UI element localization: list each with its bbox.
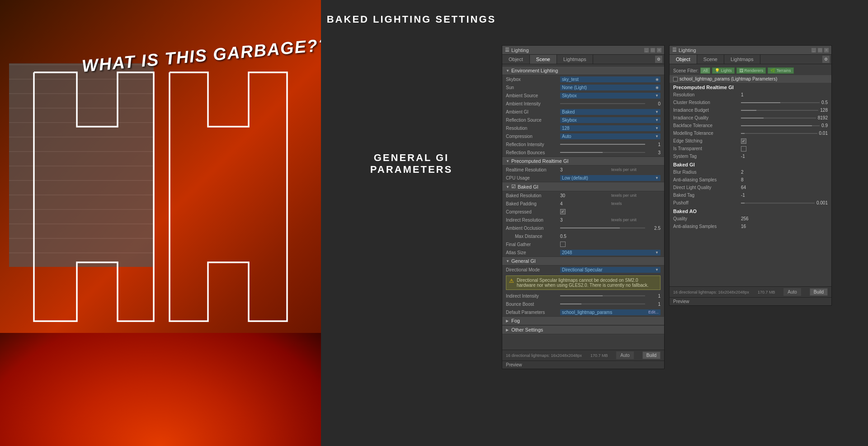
irradiance-quality-slider[interactable]: 8192 — [741, 115, 828, 120]
cluster-resolution-slider[interactable]: 0.5 — [741, 100, 828, 105]
indirect-intensity-slider[interactable]: 1 — [560, 294, 660, 299]
final-gather-checkbox[interactable] — [560, 242, 566, 247]
atlas-size-arrow: ▼ — [655, 251, 659, 255]
maximize-btn[interactable]: □ — [651, 48, 655, 52]
tab-object[interactable]: Object — [502, 55, 530, 64]
compression-row: Compression Auto ▼ — [502, 132, 664, 140]
edit-btn[interactable]: Edit... — [648, 310, 659, 314]
indirect-resolution-unit: texels per unit — [611, 218, 660, 222]
gi-lightmap-size: 170.7 MB — [758, 290, 775, 294]
directional-mode-row: Directional Mode Directional Specular ▼ — [502, 266, 664, 274]
auto-button[interactable]: Auto — [616, 351, 634, 359]
baked-gi-checkbox[interactable]: ☑ — [511, 184, 516, 190]
reflection-bounces-slider[interactable]: 3 — [560, 150, 660, 155]
gi-maximize-btn[interactable]: □ — [818, 48, 822, 52]
compressed-label: Compressed — [506, 209, 560, 214]
lightmap-params-bar: school_lightmap_params (Lightmap Paramet… — [670, 75, 831, 83]
ambient-gi-value[interactable]: Baked ▼ — [560, 109, 660, 115]
ambient-intensity-slider[interactable]: 0 — [560, 101, 660, 106]
gi-tab-object[interactable]: Object — [670, 55, 697, 64]
general-gi-title: GENERAL GI PARAMETERS — [370, 152, 453, 176]
warning-icon: ⚠ — [509, 278, 514, 284]
reflection-source-value[interactable]: Skybox ▼ — [560, 117, 660, 123]
tab-settings-icon[interactable]: ⚙ — [655, 56, 662, 63]
reflection-intensity-row: Reflection Intensity 1 — [502, 140, 664, 148]
baked-tag-label: Baked Tag — [673, 193, 741, 198]
is-transparent-checkbox[interactable] — [741, 146, 746, 152]
atlas-size-value[interactable]: 2048 ▼ — [560, 250, 660, 256]
ao-quality-val: 256 — [741, 216, 749, 221]
gi-lighting-window: ☰ Lighting _ □ × Object Scene Lightmaps … — [669, 45, 832, 306]
resolution-row: Resolution 128 ▼ — [502, 124, 664, 132]
ambient-intensity-row: Ambient Intensity 0 — [502, 100, 664, 108]
gi-resolution-val: 1 — [741, 92, 744, 97]
modelling-tolerance-slider[interactable]: 0.01 — [741, 131, 828, 136]
resolution-value[interactable]: 128 ▼ — [560, 125, 660, 131]
baked-padding-val: 4 — [560, 201, 609, 206]
gi-auto-button[interactable]: Auto — [783, 288, 801, 296]
irradiance-budget-label: Irradiance Budget — [673, 108, 741, 113]
cluster-resolution-val: 0.5 — [821, 100, 828, 105]
cpu-usage-value[interactable]: Low (default) ▼ — [560, 175, 660, 181]
close-btn[interactable]: × — [657, 48, 661, 52]
minimize-btn[interactable]: _ — [644, 48, 649, 52]
compression-label: Compression — [506, 134, 560, 139]
gi-lighting-icon: ☰ — [672, 47, 677, 53]
filter-all-btn[interactable]: All — [700, 67, 710, 74]
pushoff-slider[interactable]: 0.001 — [741, 200, 828, 205]
pushoff-val: 0.001 — [816, 200, 828, 205]
backface-tolerance-label: Backface Tolerance — [673, 123, 741, 128]
lightmap-params-checkbox[interactable] — [673, 77, 678, 81]
filter-lights-btn[interactable]: 💡 Lights — [712, 67, 735, 74]
irradiance-quality-row: Irradiance Quality 8192 — [670, 114, 831, 122]
gi-tab-scene[interactable]: Scene — [697, 55, 724, 64]
tab-scene[interactable]: Scene — [530, 55, 557, 64]
tab-lightmaps[interactable]: Lightmaps — [557, 55, 593, 64]
filter-renderers-btn[interactable]: 🖼 Renderers — [736, 67, 766, 74]
gi-minimize-btn[interactable]: _ — [811, 48, 816, 52]
gi-tab-settings-icon[interactable]: ⚙ — [822, 56, 830, 63]
compressed-row: Compressed ✓ — [502, 208, 664, 216]
compression-value[interactable]: Auto ▼ — [560, 133, 660, 139]
ambient-source-label: Ambient Source — [506, 93, 560, 98]
sun-value[interactable]: None (Light) ◉ — [560, 85, 660, 90]
gi-close-btn[interactable]: × — [824, 48, 829, 52]
gi-build-button[interactable]: Build — [810, 288, 828, 296]
baked-padding-unit: texels — [611, 201, 660, 206]
general-gi-section-header[interactable]: ▼ General GI — [502, 256, 664, 266]
wall-texture — [9, 63, 154, 267]
lighting-window: ☰ Lighting _ □ × Object Scene Lightmaps … — [502, 45, 665, 369]
directional-mode-label: Directional Mode — [506, 267, 560, 272]
sun-label: Sun — [506, 85, 560, 90]
default-params-value[interactable]: school_lightmap_params Edit... — [560, 309, 660, 315]
reflection-intensity-slider[interactable]: 1 — [560, 142, 660, 147]
ambient-source-row: Ambient Source Skybox ▼ — [502, 91, 664, 100]
bounce-boost-slider[interactable]: 1 — [560, 302, 660, 307]
baked-padding-row: Baked Padding 4 texels — [502, 199, 664, 208]
compressed-checkbox[interactable]: ✓ — [560, 209, 566, 214]
irradiance-quality-label: Irradiance Quality — [673, 115, 741, 120]
other-settings-header[interactable]: ▶ Other Settings — [502, 325, 664, 334]
edge-stitching-checkbox[interactable]: ✓ — [741, 138, 746, 144]
precomputed-gi-header[interactable]: ▼ Precomputed Realtime GI — [502, 157, 664, 166]
ambient-occlusion-slider[interactable]: 2.5 — [560, 226, 660, 231]
backface-tolerance-slider[interactable]: 0.9 — [741, 123, 828, 128]
skybox-value[interactable]: sky_test ◉ — [560, 76, 660, 82]
reflection-bounces-row: Reflection Bounces 3 — [502, 148, 664, 157]
irradiance-budget-slider[interactable]: 128 — [741, 108, 828, 113]
blur-radius-label: Blur Radius — [673, 170, 741, 175]
fog-header[interactable]: ▶ Fog — [502, 316, 664, 325]
ambient-source-value[interactable]: Skybox ▼ — [560, 93, 660, 99]
environment-lighting-header[interactable]: ▼ Environment Lighting — [502, 66, 664, 75]
directional-mode-value[interactable]: Directional Specular ▼ — [560, 267, 660, 273]
final-gather-row: Final Gather — [502, 240, 664, 248]
preview-bar: Preview — [502, 361, 664, 369]
irradiance-budget-row: Irradiance Budget 128 — [670, 106, 831, 114]
max-distance-row: Max Distance 0.5 — [502, 232, 664, 240]
baked-gi-header[interactable]: ▼ ☑ Baked GI — [502, 182, 664, 191]
gi-tab-lightmaps[interactable]: Lightmaps — [724, 55, 760, 64]
filter-terrains-btn[interactable]: 🌿 Terrains — [768, 67, 793, 74]
reflection-intensity-label: Reflection Intensity — [506, 142, 560, 147]
gi-window-title: Lighting — [679, 47, 696, 53]
build-button[interactable]: Build — [642, 351, 660, 359]
